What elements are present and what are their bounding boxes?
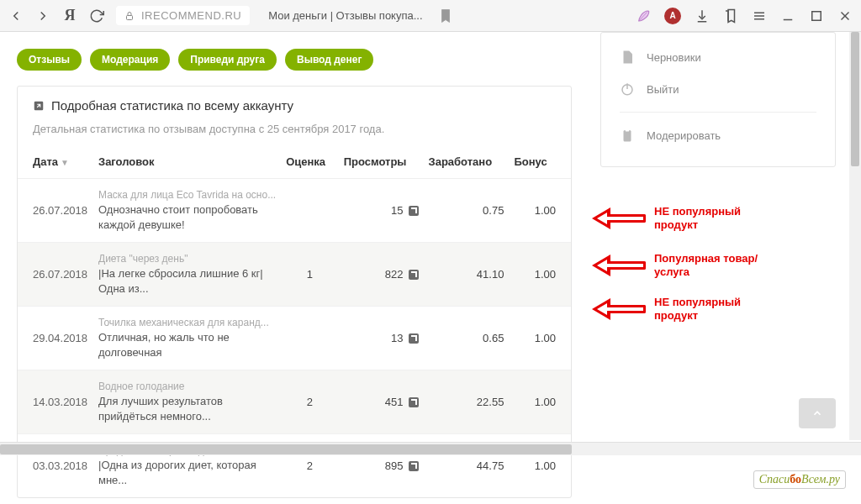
- col-bonus[interactable]: Бонус: [509, 147, 571, 179]
- url-domain: IRECOMMEND.RU: [141, 9, 241, 22]
- nav-tabs: Отзывы Модерация Приведи друга Вывод ден…: [17, 49, 572, 71]
- svg-rect-11: [624, 130, 631, 142]
- maximize-icon[interactable]: [809, 8, 824, 24]
- feather-icon[interactable]: [636, 7, 651, 25]
- bookmark-icon[interactable]: [438, 8, 453, 24]
- cell-views: 15: [339, 179, 424, 243]
- minimize-icon[interactable]: [780, 8, 795, 24]
- cell-date: 26.07.2018: [18, 243, 93, 307]
- forward-icon[interactable]: [35, 8, 50, 24]
- cell-bonus: 1.00: [509, 307, 571, 370]
- tab-withdraw[interactable]: Вывод денег: [285, 49, 373, 71]
- arrow-icon: [592, 256, 646, 275]
- col-rating[interactable]: Оценка: [281, 147, 339, 179]
- annotation: Популярная товар/услуга: [592, 252, 763, 280]
- vertical-scrollbar[interactable]: [849, 32, 861, 440]
- external-link-icon[interactable]: [409, 333, 419, 344]
- back-icon[interactable]: [8, 8, 24, 24]
- sidebar-item-label: Выйти: [647, 83, 679, 96]
- stats-panel: Подробная статистика по всему аккаунту Д…: [17, 86, 572, 498]
- main-content: Отзывы Модерация Приведи друга Вывод ден…: [0, 32, 572, 504]
- cell-earned: 41.10: [424, 243, 510, 307]
- annotation-text: НЕ популярный продукт: [654, 296, 763, 323]
- sidebar-logout[interactable]: Выйти: [620, 73, 816, 105]
- cell-bonus: 1.00: [509, 370, 571, 434]
- arrow-icon: [592, 300, 646, 318]
- menu-icon[interactable]: [752, 8, 767, 24]
- separator: [620, 112, 816, 113]
- reload-icon[interactable]: [89, 8, 104, 24]
- watermark: СпасибоВсем.ру: [753, 470, 846, 489]
- arrow-icon: [592, 209, 646, 228]
- table-row[interactable]: 14.03.2018Водное голоданиеДля лучших рез…: [18, 370, 571, 434]
- cell-views: 451: [339, 370, 424, 434]
- cell-rating: [281, 179, 339, 243]
- bookmarks-icon[interactable]: [723, 8, 738, 24]
- cell-earned: 0.65: [424, 307, 510, 370]
- sidebar-moderate[interactable]: Модерировать: [620, 119, 816, 151]
- file-icon: [620, 50, 635, 65]
- cell-title: Точилка механическая для каранд...Отличн…: [93, 307, 281, 370]
- cell-bonus: 1.00: [509, 179, 571, 243]
- external-link-icon[interactable]: [409, 397, 419, 407]
- annotation: НЕ популярный продукт: [592, 296, 763, 323]
- cell-rating: 1: [281, 243, 339, 307]
- table-row[interactable]: 29.04.2018Точилка механическая для каран…: [18, 307, 571, 370]
- external-link-icon[interactable]: [409, 270, 419, 280]
- cell-views: 13: [339, 307, 424, 370]
- address-bar[interactable]: IRECOMMEND.RU: [116, 6, 250, 25]
- cell-title: Диета "через день"|На легке сбросила лиш…: [93, 243, 281, 307]
- cell-title: Водное голоданиеДля лучших результатов п…: [93, 370, 281, 434]
- cell-earned: 0.75: [424, 179, 510, 243]
- cell-date: 26.07.2018: [18, 179, 93, 243]
- svg-rect-12: [626, 129, 630, 132]
- sort-desc-icon: ▼: [61, 158, 69, 167]
- tab-reviews[interactable]: Отзывы: [17, 49, 82, 71]
- sidebar-drafts[interactable]: Черновики: [620, 41, 816, 73]
- sidebar-item-label: Черновики: [647, 51, 701, 64]
- tab-referral[interactable]: Приведи друга: [178, 49, 277, 71]
- lock-icon: [124, 11, 135, 21]
- page-title: Мои деньги | Отзывы покупа...: [268, 9, 422, 22]
- expand-icon[interactable]: [33, 100, 45, 112]
- external-link-icon[interactable]: [409, 461, 419, 471]
- power-icon: [620, 81, 635, 97]
- panel-subtitle: Детальная статистика по отзывам доступна…: [18, 118, 571, 147]
- annotation: НЕ популярный продукт: [592, 205, 763, 233]
- table-row[interactable]: 26.07.2018Диета "через день"|На легке сб…: [18, 243, 571, 307]
- scroll-to-top-button[interactable]: [799, 398, 836, 428]
- cell-rating: [281, 307, 339, 370]
- annotation-text: Популярная товар/услуга: [654, 252, 763, 280]
- cell-bonus: 1.00: [509, 243, 571, 307]
- clipboard-icon: [620, 128, 635, 143]
- download-icon[interactable]: [695, 8, 710, 24]
- external-link-icon[interactable]: [409, 206, 419, 216]
- svg-rect-5: [812, 11, 821, 20]
- cell-earned: 22.55: [424, 370, 510, 434]
- cell-rating: 2: [281, 370, 339, 434]
- annotation-text: НЕ популярный продукт: [654, 205, 763, 233]
- cell-title: Маска для лица Eco Tavrida на осно...Одн…: [93, 179, 281, 243]
- close-icon[interactable]: [837, 8, 853, 24]
- browser-toolbar: Я IRECOMMEND.RU Мои деньги | Отзывы поку…: [0, 0, 861, 32]
- sidebar-item-label: Модерировать: [647, 129, 721, 142]
- col-date[interactable]: Дата▼: [18, 147, 93, 179]
- adblock-icon[interactable]: A: [664, 8, 681, 24]
- col-title[interactable]: Заголовок: [93, 147, 281, 179]
- col-earned[interactable]: Заработано: [424, 147, 510, 179]
- cell-date: 29.04.2018: [18, 307, 93, 370]
- tab-moderation[interactable]: Модерация: [90, 49, 170, 71]
- cell-views: 822: [339, 243, 424, 307]
- horizontal-scrollbar[interactable]: [0, 442, 861, 455]
- col-views[interactable]: Просмотры: [339, 147, 424, 179]
- yandex-icon[interactable]: Я: [62, 8, 77, 24]
- svg-rect-0: [127, 15, 133, 19]
- panel-title: Подробная статистика по всему аккаунту: [51, 98, 293, 113]
- table-row[interactable]: 26.07.2018Маска для лица Eco Tavrida на …: [18, 179, 571, 243]
- sidebar-card: Черновики Выйти Модерировать: [600, 32, 836, 167]
- cell-date: 14.03.2018: [18, 370, 93, 434]
